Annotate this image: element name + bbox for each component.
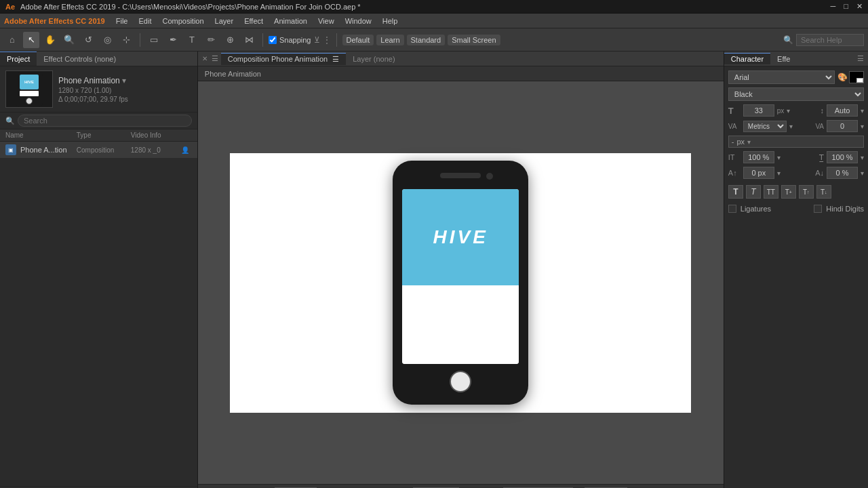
text-color-box[interactable] [849,71,864,83]
unit-row[interactable]: - px ▾ [728,136,864,148]
comp-icon-label: ▣ [8,147,14,153]
snapping-control[interactable]: Snapping ⊻ ⋮ [269,35,331,45]
layer-tab[interactable]: Layer (none) [346,54,401,64]
size-unit: px [777,107,785,115]
close-btn[interactable]: ✕ [856,2,863,11]
preview-screen: HIVE [20,75,39,89]
comp-panel-menu[interactable]: ☰ [212,54,218,63]
style-caps[interactable]: TT [764,185,778,199]
menu-effect[interactable]: Effect [239,16,269,26]
size-arrow[interactable]: ▾ [787,107,790,115]
font-style-select[interactable]: Black [728,87,864,101]
scale-v-input[interactable] [827,151,858,163]
menu-composition[interactable]: Composition [157,16,209,26]
menu-file[interactable]: File [111,16,134,26]
default-workspace[interactable]: Default [342,35,374,45]
size-row: T px ▾ ↕ ▾ [728,104,864,117]
ligatures-label: Ligatures [741,205,771,213]
puppet-tool[interactable]: ⋈ [241,32,257,48]
small-screen-workspace[interactable]: Small Screen [448,35,500,45]
leading-arrow[interactable]: ▾ [861,107,864,115]
style-smallcaps[interactable]: T+ [781,185,796,199]
font-row: Arial 🎨 [728,70,864,84]
kern-select[interactable]: Metrics [743,121,787,132]
left-panel: Project Effect Controls (none) HIVE [0,52,198,488]
snapping-checkbox[interactable] [269,36,277,44]
search-input[interactable] [796,34,864,46]
kern-icon: VA [728,123,741,130]
ligatures-checkbox[interactable] [728,205,736,213]
brush-tool[interactable]: ✏ [203,32,219,48]
tracking-arrow[interactable]: ▾ [861,123,864,130]
main-layout: Project Effect Controls (none) HIVE [0,52,868,488]
project-details1: 868 x 488 (1.00) [58,87,192,94]
dropdown-arrow[interactable]: ▾ [122,76,126,85]
leading-input[interactable] [827,104,858,117]
menu-window[interactable]: Window [340,16,377,26]
tsume-icon: A↓ [815,169,824,177]
menu-edit[interactable]: Edit [133,16,157,26]
comp-breadcrumb: Phone Animation [198,66,724,81]
style-bold[interactable]: T [728,185,743,199]
baseline-arrow[interactable]: ▾ [777,169,781,177]
tab-effect-shortcut[interactable]: Effe [770,54,797,64]
hindi-checkbox[interactable] [814,205,822,213]
select-tool[interactable]: ↖ [23,32,39,48]
font-size-input[interactable] [743,104,774,117]
phone-screen: HIVE [402,189,519,364]
menu-layer[interactable]: Layer [210,16,239,26]
project-list-item[interactable]: ▣ Phone A...tion Composition 1280 x _0 👤 [0,142,197,158]
zoom-tool[interactable]: 🔍 [61,32,77,48]
camera-tool[interactable]: ◎ [99,32,115,48]
standard-workspace[interactable]: Standard [407,35,446,45]
tab-project[interactable]: Project [0,52,37,66]
tsume-input[interactable] [827,167,858,179]
right-panel-menu[interactable]: ☰ [853,54,868,63]
rect-tool[interactable]: ▭ [146,32,162,48]
minimize-btn[interactable]: ─ [831,2,836,11]
learn-workspace[interactable]: Learn [376,35,403,45]
phone-home-button [450,371,471,392]
tsume-arrow[interactable]: ▾ [861,169,864,177]
search-icon: 🔍 [783,35,793,45]
tracking-icon: VA [815,123,824,130]
adobe-label: Adobe After Effects CC 2019 [4,17,105,25]
home-tool[interactable]: ⌂ [4,32,20,48]
tab-character[interactable]: Character [724,53,770,64]
project-filename: Phone Animation ▾ [58,76,192,85]
sep2 [262,33,263,47]
menu-help[interactable]: Help [377,16,403,26]
clone-tool[interactable]: ⊕ [222,32,238,48]
unit-px-label: px [736,138,745,146]
comp-tab-close1[interactable]: ✕ [198,55,212,62]
character-panel-content: Arial 🎨 Black T px ▾ [724,66,868,217]
comp-tab-main[interactable]: Composition Phone Animation ☰ [221,53,346,65]
rotate-tool[interactable]: ↺ [80,32,96,48]
hand-tool[interactable]: ✋ [42,32,58,48]
style-sub[interactable]: T↓ [816,185,831,199]
kern-arrow[interactable]: ▾ [789,123,793,130]
menu-animation[interactable]: Animation [269,16,313,26]
title-bar: Ae Adobe After Effects CC 2019 - C:\User… [0,0,868,14]
sep3 [336,33,337,47]
pan-tool[interactable]: ⊹ [118,32,134,48]
font-name-select[interactable]: Arial [728,70,835,84]
style-super[interactable]: T↑ [799,185,814,199]
scale-v-arrow[interactable]: ▾ [861,154,864,161]
pen-tool[interactable]: ✒ [165,32,181,48]
preview-white [20,91,39,96]
maximize-btn[interactable]: □ [844,2,848,11]
baseline-input[interactable] [743,167,774,179]
paint-bucket-icon[interactable]: 🎨 [837,73,848,82]
text-tool[interactable]: T [184,32,200,48]
comp-tab-panel-menu[interactable]: ☰ [332,55,339,63]
menu-view[interactable]: View [313,16,340,26]
project-search-input[interactable] [18,115,192,127]
style-italic[interactable]: T [746,185,761,199]
scale-h-arrow[interactable]: ▾ [777,154,781,161]
tracking-input[interactable] [827,120,858,132]
project-search-icon: 🔍 [5,117,15,125]
tab-effect-controls[interactable]: Effect Controls (none) [37,52,123,66]
scale-h-input[interactable] [743,151,774,163]
unit-arrow[interactable]: ▾ [747,138,751,146]
